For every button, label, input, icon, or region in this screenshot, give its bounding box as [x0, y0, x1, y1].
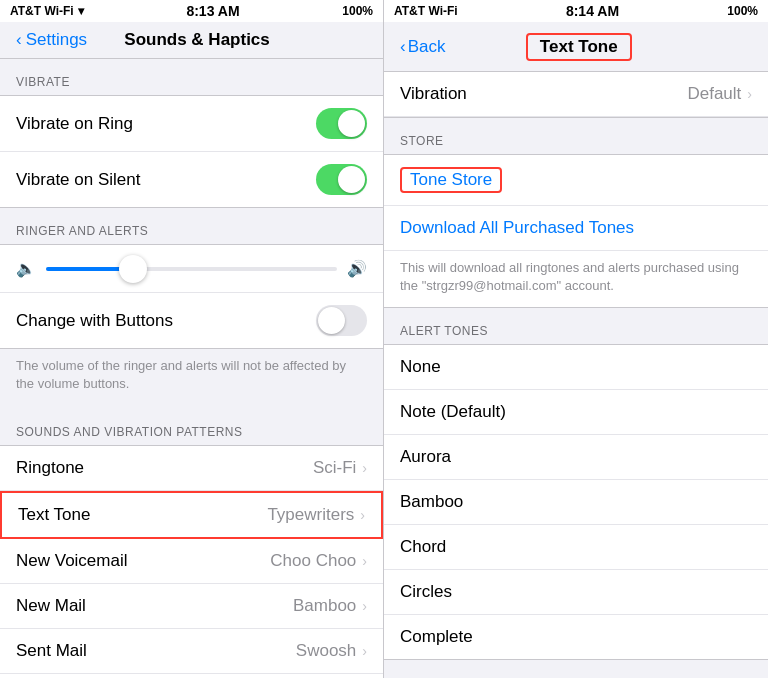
- back-label: Settings: [26, 30, 87, 50]
- tone-aurora[interactable]: Aurora: [384, 435, 768, 480]
- change-with-buttons-label: Change with Buttons: [16, 311, 316, 331]
- tone-complete[interactable]: Complete: [384, 615, 768, 659]
- tone-complete-label: Complete: [400, 627, 473, 647]
- tone-store-box: Tone Store: [400, 167, 502, 193]
- store-section: STORE Tone Store Download All Purchased …: [384, 118, 768, 308]
- volume-slider-track[interactable]: [46, 267, 337, 271]
- download-tones-label: Download All Purchased Tones: [400, 218, 634, 237]
- text-tone-value: Typewriters: [267, 505, 354, 525]
- vibrate-on-ring-label: Vibrate on Ring: [16, 114, 316, 134]
- sent-mail-chevron-icon: ›: [362, 643, 367, 659]
- new-voicemail-row[interactable]: New Voicemail Choo Choo ›: [0, 539, 383, 584]
- left-status-left: AT&T Wi-Fi ▾: [10, 4, 84, 18]
- tone-circles[interactable]: Circles: [384, 570, 768, 615]
- volume-low-icon: 🔈: [16, 259, 36, 278]
- ringtone-chevron-icon: ›: [362, 460, 367, 476]
- toggle-knob-change: [318, 307, 345, 334]
- vibrate-on-ring-row: Vibrate on Ring: [0, 96, 383, 152]
- sent-mail-row[interactable]: Sent Mail Swoosh ›: [0, 629, 383, 674]
- download-desc: This will download all ringtones and ale…: [384, 251, 768, 307]
- vibration-chevron-icon: ›: [747, 86, 752, 102]
- sent-mail-value: Swoosh: [296, 641, 356, 661]
- alert-tones-header: ALERT TONES: [384, 308, 768, 344]
- right-panel: AT&T Wi-Fi 8:14 AM 100% ‹ Back Text Tone…: [384, 0, 768, 678]
- new-mail-row[interactable]: New Mail Bamboo ›: [0, 584, 383, 629]
- tone-list: None Note (Default) Aurora Bamboo Chord …: [384, 344, 768, 660]
- right-battery: 100%: [727, 4, 758, 18]
- new-mail-chevron-icon: ›: [362, 598, 367, 614]
- left-panel: AT&T Wi-Fi ▾ 8:13 AM 100% ‹ Settings Sou…: [0, 0, 384, 678]
- right-content: Vibration Default › STORE Tone Store Dow…: [384, 72, 768, 678]
- calendar-alerts-row[interactable]: Calendar Alerts Chime ›: [0, 674, 383, 678]
- vibrate-on-silent-row: Vibrate on Silent: [0, 152, 383, 207]
- tone-chord[interactable]: Chord: [384, 525, 768, 570]
- toggle-knob: [338, 110, 365, 137]
- right-time: 8:14 AM: [566, 3, 619, 19]
- right-back-chevron-icon: ‹: [400, 37, 406, 57]
- ringer-section-header: RINGER AND ALERTS: [0, 208, 383, 244]
- toggle-knob-silent: [338, 166, 365, 193]
- vibrate-on-ring-toggle[interactable]: [316, 108, 367, 139]
- vibration-value: Default: [687, 84, 741, 104]
- sounds-section-header: SOUNDS AND VIBRATION PATTERNS: [0, 409, 383, 445]
- right-nav-bar: ‹ Back Text Tone: [384, 22, 768, 72]
- ringtone-value: Sci-Fi: [313, 458, 356, 478]
- ringtone-label: Ringtone: [16, 458, 313, 478]
- tone-note[interactable]: Note (Default): [384, 390, 768, 435]
- right-back-label: Back: [408, 37, 446, 57]
- vibration-section: Vibration Default ›: [384, 72, 768, 118]
- ringer-note: The volume of the ringer and alerts will…: [0, 349, 383, 409]
- right-carrier: AT&T Wi-Fi: [394, 4, 458, 18]
- new-voicemail-chevron-icon: ›: [362, 553, 367, 569]
- left-status-bar: AT&T Wi-Fi ▾ 8:13 AM 100%: [0, 0, 383, 22]
- left-carrier: AT&T Wi-Fi: [10, 4, 74, 18]
- tone-bamboo[interactable]: Bamboo: [384, 480, 768, 525]
- vibrate-on-silent-toggle[interactable]: [316, 164, 367, 195]
- right-status-left: AT&T Wi-Fi: [394, 4, 458, 18]
- store-header: STORE: [384, 118, 768, 154]
- left-status-right: 100%: [342, 4, 373, 18]
- tone-bamboo-label: Bamboo: [400, 492, 463, 512]
- text-tone-row[interactable]: Text Tone Typewriters ›: [0, 491, 383, 539]
- ringer-list: 🔈 🔊 Change with Buttons: [0, 244, 383, 349]
- slider-thumb[interactable]: [119, 255, 147, 283]
- store-list: Tone Store Download All Purchased Tones …: [384, 154, 768, 308]
- sent-mail-label: Sent Mail: [16, 641, 296, 661]
- back-chevron-icon: ‹: [16, 30, 22, 50]
- vibrate-list: Vibrate on Ring Vibrate on Silent: [0, 95, 383, 208]
- change-buttons-toggle[interactable]: [316, 305, 367, 336]
- new-voicemail-label: New Voicemail: [16, 551, 270, 571]
- download-tones-row[interactable]: Download All Purchased Tones: [384, 206, 768, 251]
- new-mail-value: Bamboo: [293, 596, 356, 616]
- text-tone-chevron-icon: ›: [360, 507, 365, 523]
- tone-store-row[interactable]: Tone Store: [384, 155, 768, 206]
- vibrate-section-header: VIBRATE: [0, 59, 383, 95]
- ringtone-row[interactable]: Ringtone Sci-Fi ›: [0, 446, 383, 491]
- right-status-right: 100%: [727, 4, 758, 18]
- right-page-title: Text Tone: [526, 33, 632, 61]
- tone-none[interactable]: None: [384, 345, 768, 390]
- settings-back-button[interactable]: ‹ Settings: [16, 30, 87, 50]
- vibrate-on-silent-label: Vibrate on Silent: [16, 170, 316, 190]
- vibration-row[interactable]: Vibration Default ›: [384, 72, 768, 117]
- tone-note-label: Note (Default): [400, 402, 506, 422]
- left-time: 8:13 AM: [186, 3, 239, 19]
- tone-none-label: None: [400, 357, 441, 377]
- tone-aurora-label: Aurora: [400, 447, 451, 467]
- left-nav-title: Sounds & Haptics: [87, 30, 307, 50]
- new-mail-label: New Mail: [16, 596, 293, 616]
- text-tone-back-button[interactable]: ‹ Back: [400, 37, 445, 57]
- left-battery: 100%: [342, 4, 373, 18]
- wifi-icon: ▾: [78, 4, 84, 18]
- tone-store-label: Tone Store: [410, 170, 492, 189]
- tone-chord-label: Chord: [400, 537, 446, 557]
- right-status-bar: AT&T Wi-Fi 8:14 AM 100%: [384, 0, 768, 22]
- vibration-label: Vibration: [400, 84, 687, 104]
- volume-high-icon: 🔊: [347, 259, 367, 278]
- tone-circles-label: Circles: [400, 582, 452, 602]
- volume-slider-row: 🔈 🔊: [0, 245, 383, 293]
- sounds-list: Ringtone Sci-Fi › Text Tone Typewriters …: [0, 445, 383, 678]
- alert-tones-section: ALERT TONES None Note (Default) Aurora B…: [384, 308, 768, 660]
- left-nav-bar: ‹ Settings Sounds & Haptics: [0, 22, 383, 59]
- new-voicemail-value: Choo Choo: [270, 551, 356, 571]
